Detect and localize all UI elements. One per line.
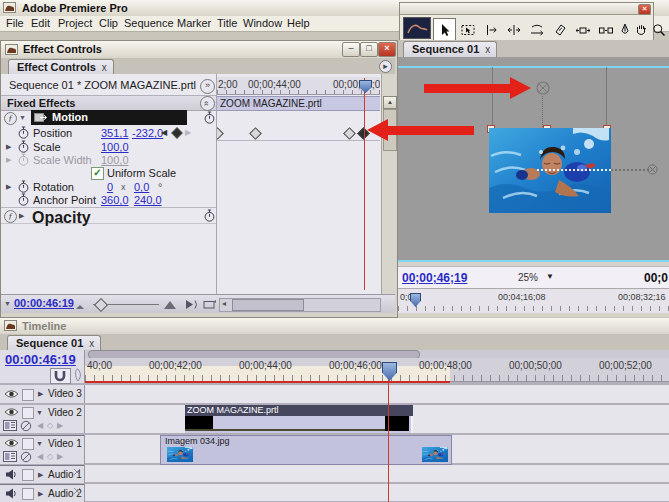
position-x-value[interactable]: 351,1 — [101, 127, 129, 139]
zoom-in-icon[interactable] — [163, 299, 179, 310]
scale-stopwatch-icon[interactable] — [18, 140, 29, 153]
minimize-button[interactable]: – — [342, 42, 360, 57]
panel-menu-icon[interactable]: ▸ — [379, 60, 392, 73]
collapse-section-icon[interactable]: » — [200, 96, 215, 111]
tab-close-icon[interactable]: x — [89, 338, 94, 349]
toggle-track-output-icon[interactable] — [4, 438, 19, 448]
clip-zoom-magazine[interactable]: ZOOM MAGAZINE.prtl — [185, 405, 413, 433]
ec-clip-bar[interactable]: ZOOM MAGAZINE.prtl — [217, 96, 380, 111]
menu-title[interactable]: Title — [217, 17, 237, 29]
track-name[interactable]: Video 3 — [48, 388, 82, 399]
position-y-value[interactable]: -232,0 — [132, 127, 163, 139]
motion-disclosure-icon[interactable]: ▼ — [19, 114, 26, 121]
track-audio-2-area[interactable] — [85, 484, 669, 501]
effect-controls-titlebar[interactable]: Effect Controls – □ × — [1, 41, 395, 59]
motion-stopwatch-icon[interactable] — [204, 111, 215, 124]
menu-help[interactable]: Help — [287, 17, 310, 29]
tab-effect-controls[interactable]: Effect Controlsx — [8, 59, 114, 75]
anchor-point-x-value[interactable]: 360,0 — [101, 194, 129, 206]
loop-icon[interactable] — [203, 299, 216, 310]
rotation-revolutions-value[interactable]: 0 — [107, 181, 113, 193]
razor-tool-icon[interactable] — [548, 18, 571, 41]
toggle-track-output-icon[interactable] — [5, 488, 17, 499]
tab-sequence-01-monitor[interactable]: Sequence 01x — [403, 41, 497, 57]
anchor-point-stopwatch-icon[interactable] — [18, 193, 29, 206]
rotation-disclosure-icon[interactable]: ▶ — [6, 183, 11, 191]
toggle-track-output-icon[interactable] — [5, 469, 17, 480]
slide-tool-icon[interactable] — [594, 18, 617, 41]
menu-marker[interactable]: Marker — [177, 17, 211, 29]
set-display-style-icon[interactable] — [3, 420, 17, 431]
track-video-3-area[interactable] — [85, 385, 669, 403]
set-display-style-icon[interactable] — [3, 451, 17, 462]
monitor-zoom-level[interactable]: 25% — [518, 272, 538, 283]
slip-tool-icon[interactable] — [571, 18, 594, 41]
track-lock-box[interactable] — [22, 438, 34, 450]
track-options-icon[interactable] — [73, 468, 81, 476]
scale-value[interactable]: 100,0 — [101, 141, 129, 153]
menu-sequence[interactable]: Sequence — [124, 17, 174, 29]
keyframe-icon[interactable] — [249, 127, 262, 140]
effect-controls-timeline-pane[interactable]: 2;00 00;00;44;00 00;00;46;00 ZOOM MAGAZI… — [217, 74, 380, 294]
zoom-out-icon[interactable] — [75, 302, 87, 310]
track-name[interactable]: Video 2 — [48, 407, 82, 418]
tab-close-icon[interactable]: x — [485, 44, 490, 55]
anchor-point-y-value[interactable]: 240,0 — [134, 194, 162, 206]
zoom-dropdown-icon[interactable]: ▼ — [546, 272, 554, 281]
track-select-tool-icon[interactable] — [456, 18, 479, 41]
ec-zoom-slider-thumb[interactable] — [94, 298, 108, 312]
marker-icon[interactable] — [73, 368, 83, 382]
tools-close-button[interactable]: × — [638, 4, 651, 15]
rolling-edit-tool-icon[interactable] — [502, 18, 525, 41]
track-disclosure-icon[interactable]: ▶ — [38, 490, 43, 498]
rate-stretch-tool-icon[interactable] — [525, 18, 548, 41]
tab-sequence-01-timeline[interactable]: Sequence 01x — [7, 335, 101, 351]
position-stopwatch-icon[interactable] — [18, 126, 29, 139]
ripple-edit-tool-icon[interactable] — [479, 18, 502, 41]
track-disclosure-icon[interactable]: ▶ — [38, 471, 43, 479]
ec-current-timecode[interactable]: 00:00:46:19 — [14, 297, 74, 309]
monitor-current-timecode[interactable]: 00;00;46;19 — [402, 271, 467, 285]
ec-playhead-line[interactable] — [364, 78, 365, 290]
scrollbar-thumb[interactable] — [232, 299, 304, 311]
track-disclosure-icon[interactable]: ▶ — [38, 390, 43, 398]
play-around-icon[interactable] — [185, 299, 199, 310]
scale-disclosure-icon[interactable]: ▶ — [6, 143, 11, 151]
maximize-button[interactable]: □ — [360, 42, 378, 57]
motion-row[interactable]: ƒ ▼ Motion — [1, 110, 216, 125]
track-lock-box[interactable] — [22, 389, 34, 401]
scroll-left-icon[interactable]: ◂ — [222, 299, 226, 308]
menu-window[interactable]: Window — [243, 17, 282, 29]
zoom-tool-icon[interactable] — [647, 18, 669, 41]
rotation-stopwatch-icon[interactable] — [18, 180, 29, 193]
show-keyframes-icon[interactable] — [20, 451, 32, 463]
keyframe-icon[interactable] — [217, 127, 224, 140]
track-disclosure-icon[interactable]: ▼ — [36, 440, 43, 447]
toggle-track-output-icon[interactable] — [4, 389, 19, 399]
menu-project[interactable]: Project — [58, 17, 92, 29]
keyframe-icon[interactable] — [343, 127, 356, 140]
show-keyframes-icon[interactable] — [20, 420, 32, 432]
timeline-zoom-scrollbar[interactable] — [85, 350, 669, 358]
bounding-box-right-edge[interactable] — [606, 67, 607, 128]
add-keyframe-icon[interactable] — [171, 127, 182, 138]
menu-file[interactable]: File — [6, 17, 24, 29]
track-video-2-area[interactable]: ZOOM MAGAZINE.prtl — [85, 405, 669, 433]
rotation-degrees-value[interactable]: 0,0 — [134, 181, 149, 193]
close-button[interactable]: × — [378, 42, 396, 57]
uniform-scale-checkbox[interactable]: ✓ — [91, 167, 104, 180]
scroll-up-icon[interactable]: ▲ — [383, 96, 397, 109]
track-options-icon[interactable] — [73, 487, 81, 495]
opacity-disclosure-icon[interactable]: ▶ — [19, 212, 24, 220]
track-lock-box[interactable] — [22, 407, 34, 419]
track-disclosure-icon[interactable]: ▼ — [36, 409, 43, 416]
ec-horizontal-scrollbar[interactable]: ◂ — [219, 298, 381, 312]
monitor-playhead-head[interactable] — [410, 293, 421, 307]
motion-path-end-icon[interactable] — [647, 164, 658, 175]
collapse-view-icon[interactable]: » — [200, 79, 215, 94]
selection-tool-icon[interactable] — [433, 18, 456, 41]
timeline-current-timecode[interactable]: 00:00:46:19 — [5, 352, 76, 367]
next-keyframe-icon[interactable]: ▶ — [185, 128, 191, 137]
track-name[interactable]: Video 1 — [48, 438, 82, 449]
timeline-playhead-line[interactable] — [388, 378, 389, 502]
